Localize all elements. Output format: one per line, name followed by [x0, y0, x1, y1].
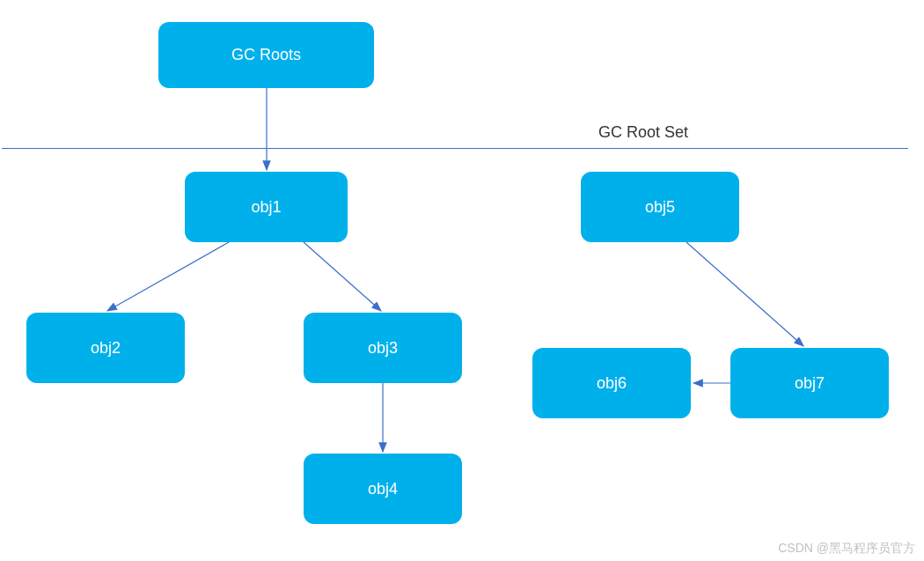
obj5-text: obj5: [645, 198, 675, 217]
gc-roots-node: GC Roots: [158, 22, 374, 88]
svg-line-2: [107, 242, 229, 311]
obj2-node: obj2: [26, 313, 185, 383]
obj3-node: obj3: [304, 313, 462, 383]
obj7-node: obj7: [730, 348, 889, 418]
gc-root-set-divider: [2, 148, 908, 149]
obj6-text: obj6: [597, 374, 627, 393]
obj2-text: obj2: [91, 339, 121, 358]
obj3-text: obj3: [368, 339, 398, 358]
obj6-node: obj6: [532, 348, 691, 418]
obj1-text: obj1: [251, 198, 281, 217]
gc-root-set-label: GC Root Set: [598, 123, 688, 142]
watermark: CSDN @黑马程序员官方: [778, 541, 915, 557]
arrows-layer: [0, 0, 924, 561]
gc-roots-text: GC Roots: [231, 46, 301, 64]
svg-line-3: [304, 242, 381, 311]
obj4-node: obj4: [304, 454, 462, 524]
svg-line-5: [686, 242, 803, 346]
obj5-node: obj5: [581, 172, 739, 242]
obj7-text: obj7: [795, 374, 825, 393]
obj1-node: obj1: [185, 172, 348, 242]
obj4-text: obj4: [368, 480, 398, 498]
